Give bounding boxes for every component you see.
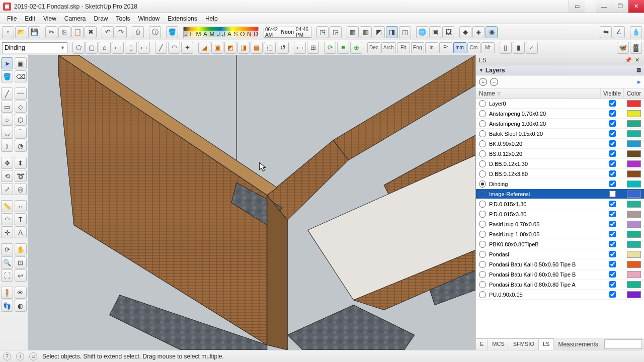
scale-tool[interactable]: ⤢ [1, 183, 13, 195]
zoom-extents-tool[interactable]: ⛶ [1, 269, 13, 282]
menu-window[interactable]: Window [134, 14, 164, 24]
model-info-button[interactable]: ⓘ [149, 26, 161, 38]
unit-ft[interactable]: Ft [439, 42, 452, 53]
layer-active-radio[interactable] [479, 140, 486, 147]
status-user-icon[interactable]: ☺ [29, 352, 37, 360]
ext10-button[interactable]: ⟳ [324, 42, 336, 54]
layer-active-radio[interactable] [479, 150, 486, 157]
collapse-icon[interactable]: ▼ [479, 68, 484, 73]
iso-view-button[interactable]: ⬠ [72, 42, 85, 54]
unit-mm[interactable]: mm [453, 42, 466, 53]
layer-color-swatch[interactable] [627, 100, 641, 107]
layer-active-radio[interactable] [479, 271, 486, 278]
layer-active-radio[interactable] [479, 120, 486, 127]
column-color[interactable]: Color [624, 88, 644, 98]
shaded-textures-button[interactable]: ◨ [386, 26, 398, 38]
layer-active-radio[interactable] [479, 251, 486, 258]
layer-visible-checkbox[interactable] [609, 291, 616, 298]
rotate-tool[interactable]: ⟲ [1, 170, 13, 182]
arc3-tool[interactable]: ⦆ [1, 140, 13, 152]
layer-visible-checkbox[interactable] [609, 100, 616, 107]
layer-row[interactable]: Pondasi Batu Kali 0.50x0.50 Tipe B [476, 259, 644, 269]
layer-row[interactable]: D.BB.0.12x1.30 [476, 159, 644, 169]
layer-color-swatch[interactable] [627, 160, 641, 167]
misc1-button[interactable]: ▯ [500, 42, 512, 54]
layer-active-radio[interactable] [479, 170, 486, 177]
unit-in[interactable]: In [425, 42, 438, 53]
solid-1-button[interactable]: ◆ [459, 26, 471, 38]
copy-button[interactable]: ⎘ [58, 26, 70, 38]
backedges-button[interactable]: ◲ [330, 26, 342, 38]
status-help-icon[interactable]: ? [3, 352, 11, 360]
dimension-tool[interactable]: ↔ [15, 200, 27, 212]
ext1-button[interactable]: ◢ [198, 42, 210, 54]
rotated-rect-tool[interactable]: ◇ [15, 101, 27, 113]
layer-color-swatch[interactable] [627, 241, 641, 248]
axes-button[interactable]: ✦ [181, 42, 193, 54]
arc-tool[interactable]: ◡ [1, 127, 13, 139]
menu-extensions[interactable]: Extensions [164, 14, 201, 24]
layer-color-swatch[interactable] [627, 180, 641, 188]
shadow-time-slider[interactable]: 06:42 AM Noon 04:46 PM [264, 27, 311, 38]
zoom-window-tool[interactable]: ⊡ [15, 256, 27, 268]
layer-color-swatch[interactable] [627, 201, 641, 208]
layer-color-swatch[interactable] [627, 251, 641, 258]
layer-color-swatch[interactable] [627, 191, 641, 198]
top-view-button[interactable]: ▢ [86, 42, 98, 54]
layer-row[interactable]: Anstampeng 0.70x0.20 [476, 109, 644, 119]
layer-color-swatch[interactable] [627, 271, 641, 278]
ext4-button[interactable]: ◨ [237, 42, 250, 54]
arc2-tool[interactable]: ⌒ [15, 127, 27, 139]
layer-row[interactable]: Anstampeng 1.00x0.20 [476, 119, 644, 129]
layer-visible-checkbox[interactable] [609, 110, 616, 117]
zoom-tool[interactable]: 🔍 [1, 256, 13, 268]
back-view-button[interactable]: ▯ [125, 42, 137, 54]
polygon-tool[interactable]: ⬡ [15, 114, 27, 126]
solid-2-button[interactable]: ◈ [472, 26, 485, 38]
pie-tool[interactable]: ◔ [15, 140, 27, 152]
walk-tool[interactable]: 👣 [1, 300, 13, 312]
layer-visible-checkbox[interactable] [609, 271, 616, 278]
text-tool[interactable]: T [15, 213, 27, 225]
remove-layer-button[interactable]: − [490, 78, 498, 86]
layer-row[interactable]: PasirUrug 0.70x0.05 [476, 219, 644, 229]
column-name[interactable]: Name▽ [476, 88, 601, 98]
protractor-button[interactable]: ◠ [168, 42, 180, 54]
ext2-button[interactable]: ▣ [211, 42, 223, 54]
previous-tool[interactable]: ↩ [15, 269, 27, 282]
menu-edit[interactable]: Edit [21, 14, 39, 24]
solid-3-button[interactable]: ◉ [486, 26, 498, 38]
unit-mt[interactable]: Mt [481, 42, 495, 53]
preview-button[interactable]: ▣ [429, 26, 441, 38]
layer-active-radio[interactable] [479, 201, 486, 208]
water-drop-icon[interactable]: 💧 [630, 26, 642, 38]
unit-cm[interactable]: Cm [467, 42, 480, 53]
layer-active-radio[interactable] [479, 291, 486, 298]
undo-button[interactable]: ↶ [102, 26, 114, 38]
layer-row[interactable]: PasirUrug 1.00x0.05 [476, 229, 644, 239]
menu-help[interactable]: Help [201, 14, 222, 24]
look-around-tool[interactable]: 👁 [15, 287, 27, 299]
layer-menu-button[interactable]: ▸ [637, 78, 641, 85]
layer-active-radio[interactable] [479, 261, 486, 268]
panel-tab-sfmsio[interactable]: SFMSIO [509, 338, 539, 350]
ext5-button[interactable]: ▤ [251, 42, 263, 54]
shaded-button[interactable]: ◩ [373, 26, 385, 38]
save-button[interactable]: 💾 [28, 26, 40, 38]
panel-tab-mcs[interactable]: MCS [488, 338, 509, 350]
layer-visible-checkbox[interactable] [609, 160, 616, 167]
section-tool[interactable]: ◐ [15, 300, 27, 312]
layer-active-radio[interactable] [479, 281, 486, 288]
layer-active-radio[interactable] [479, 100, 486, 107]
layer-visible-checkbox[interactable] [609, 281, 616, 288]
unit-eng[interactable]: Eng [411, 42, 424, 53]
circle-tool[interactable]: ○ [1, 114, 13, 126]
eraser-tool[interactable]: ⌫ [15, 70, 27, 82]
misc3-button[interactable]: ✓ [526, 42, 538, 54]
freehand-tool[interactable]: 〰 [15, 87, 27, 100]
angle-button[interactable]: ∠ [613, 26, 625, 38]
layer-row[interactable]: BK.0.90x0.20 [476, 139, 644, 149]
menu-camera[interactable]: Camera [60, 14, 90, 24]
line-tool-button[interactable]: ╱ [155, 42, 167, 54]
titlebar-extra-button[interactable]: ▭ [569, 0, 585, 13]
